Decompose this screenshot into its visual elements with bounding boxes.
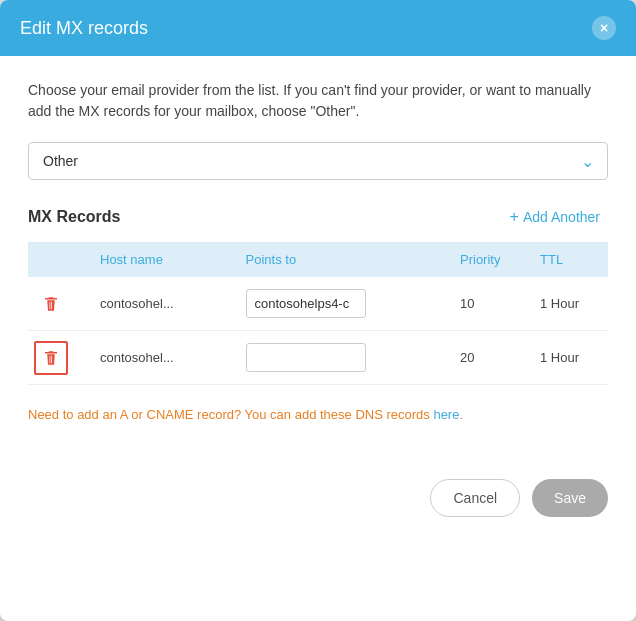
col-header-delete: [28, 242, 88, 277]
modal-body: Choose your email provider from the list…: [0, 56, 636, 449]
row1-ttl: 1 Hour: [528, 277, 608, 331]
section-title: MX Records: [28, 208, 120, 226]
col-header-points-to: Points to: [234, 242, 448, 277]
row2-ttl: 1 Hour: [528, 331, 608, 385]
trash-icon: [42, 295, 60, 313]
provider-select[interactable]: Other Google Workspace Microsoft 365 Zoh…: [28, 142, 608, 180]
row2-points-to-cell: [234, 331, 448, 385]
row1-points-to-cell: [234, 277, 448, 331]
plus-icon: +: [510, 208, 519, 226]
row2-hostname: contosohel...: [88, 331, 234, 385]
col-header-priority: Priority: [448, 242, 528, 277]
add-another-button[interactable]: + Add Another: [502, 204, 608, 230]
table-row: contosohel... 20 1 Hour: [28, 331, 608, 385]
dns-note: Need to add an A or CNAME record? You ca…: [28, 405, 608, 425]
row2-delete-cell: [28, 331, 88, 385]
row2-priority: 20: [448, 331, 528, 385]
row1-delete-cell: [28, 277, 88, 331]
modal-header: Edit MX records ×: [0, 0, 636, 56]
dns-note-text-before: Need to add an A or CNAME record? You ca…: [28, 407, 433, 422]
dns-note-text-after: .: [459, 407, 463, 422]
modal-footer: Cancel Save: [0, 459, 636, 537]
row1-hostname: contosohel...: [88, 277, 234, 331]
section-header: MX Records + Add Another: [28, 204, 608, 230]
delete-row2-button[interactable]: [34, 341, 68, 375]
mx-records-table: Host name Points to Priority TTL: [28, 242, 608, 385]
description-text: Choose your email provider from the list…: [28, 80, 608, 122]
row2-points-to-input[interactable]: [246, 343, 366, 372]
save-button[interactable]: Save: [532, 479, 608, 517]
delete-row1-button[interactable]: [40, 293, 62, 315]
cancel-button[interactable]: Cancel: [430, 479, 520, 517]
modal-title: Edit MX records: [20, 18, 148, 39]
modal-container: Edit MX records × Choose your email prov…: [0, 0, 636, 621]
dns-note-link[interactable]: here: [433, 407, 459, 422]
col-header-hostname: Host name: [88, 242, 234, 277]
trash-icon: [42, 349, 60, 367]
provider-select-wrapper: Other Google Workspace Microsoft 365 Zoh…: [28, 142, 608, 180]
add-another-label: Add Another: [523, 209, 600, 225]
row1-points-to-input[interactable]: [246, 289, 366, 318]
col-header-ttl: TTL: [528, 242, 608, 277]
table-row: contosohel... 10 1 Hour: [28, 277, 608, 331]
row1-priority: 10: [448, 277, 528, 331]
close-button[interactable]: ×: [592, 16, 616, 40]
